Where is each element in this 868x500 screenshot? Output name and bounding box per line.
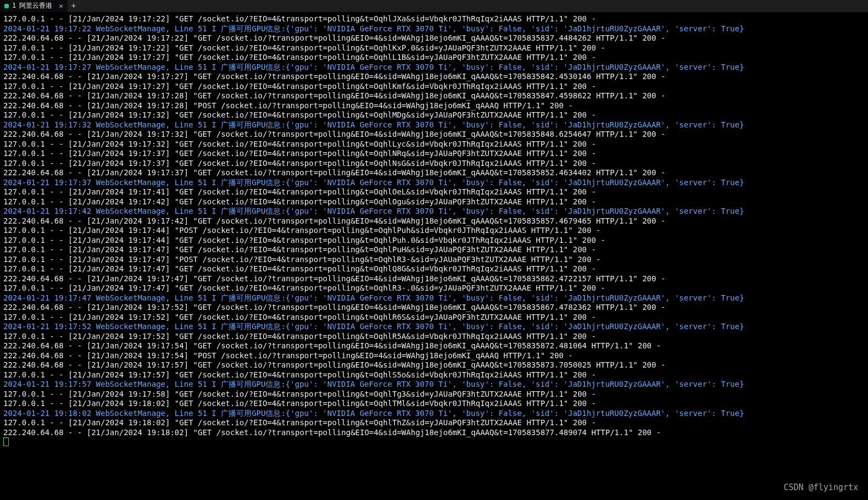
- log-line-info: 2024-01-21 19:17:57 WebSocketManage, Lin…: [3, 380, 865, 390]
- cursor-icon: [3, 437, 9, 446]
- log-line-access: 222.240.64.68 - - [21/Jan/2024 19:17:32]…: [3, 130, 865, 140]
- log-line-access: 127.0.0.1 - - [21/Jan/2024 19:17:47] "GE…: [3, 264, 865, 274]
- log-line-access: 222.240.64.68 - - [21/Jan/2024 19:17:54]…: [3, 351, 865, 361]
- log-line-info: 2024-01-21 19:17:42 WebSocketManage, Lin…: [3, 207, 865, 216]
- log-line-access: 127.0.0.1 - - [21/Jan/2024 19:17:42] "GE…: [3, 197, 865, 207]
- log-line-info: 2024-01-21 19:17:32 WebSocketManage, Lin…: [3, 120, 865, 130]
- tab-bar: 1 阿里云香港 × +: [0, 0, 868, 12]
- log-line-access: 127.0.0.1 - - [21/Jan/2024 19:17:47] "GE…: [3, 245, 865, 255]
- log-line-access: 127.0.0.1 - - [21/Jan/2024 19:17:27] "GE…: [3, 82, 865, 92]
- log-line-info: 2024-01-21 19:17:27 WebSocketManage, Lin…: [3, 63, 865, 73]
- log-line-access: 222.240.64.68 - - [21/Jan/2024 19:17:27]…: [3, 72, 865, 82]
- log-line-access: 222.240.64.68 - - [21/Jan/2024 19:17:54]…: [3, 341, 865, 351]
- log-line-info: 2024-01-21 19:17:52 WebSocketManage, Lin…: [3, 322, 865, 332]
- log-line-access: 127.0.0.1 - - [21/Jan/2024 19:17:44] "PO…: [3, 226, 865, 236]
- watermark: CSDN @flyingrtx: [784, 483, 858, 493]
- tab-active[interactable]: 1 阿里云香港 ×: [0, 0, 68, 12]
- log-line-access: 127.0.0.1 - - [21/Jan/2024 19:17:47] "GE…: [3, 284, 865, 293]
- log-line-access: 222.240.64.68 - - [21/Jan/2024 19:18:02]…: [3, 428, 865, 438]
- terminal-output[interactable]: 127.0.0.1 - - [21/Jan/2024 19:17:22] "GE…: [0, 12, 868, 450]
- log-line-access: 127.0.0.1 - - [21/Jan/2024 19:17:52] "GE…: [3, 332, 865, 342]
- log-line-access: 127.0.0.1 - - [21/Jan/2024 19:17:47] "PO…: [3, 255, 865, 265]
- tab-index: 1: [12, 1, 16, 11]
- new-tab-button[interactable]: +: [68, 0, 80, 12]
- log-line-access: 127.0.0.1 - - [21/Jan/2024 19:17:22] "GE…: [3, 14, 865, 24]
- log-line-info: 2024-01-21 19:18:02 WebSocketManage, Lin…: [3, 409, 865, 419]
- log-line-access: 127.0.0.1 - - [21/Jan/2024 19:17:58] "GE…: [3, 390, 865, 399]
- log-line-access: 127.0.0.1 - - [21/Jan/2024 19:17:22] "GE…: [3, 43, 865, 53]
- log-line-access: 222.240.64.68 - - [21/Jan/2024 19:17:52]…: [3, 303, 865, 313]
- log-line-access: 222.240.64.68 - - [21/Jan/2024 19:17:57]…: [3, 360, 865, 370]
- log-line-access: 127.0.0.1 - - [21/Jan/2024 19:17:27] "GE…: [3, 53, 865, 63]
- log-line-info: 2024-01-21 19:17:22 WebSocketManage, Lin…: [3, 24, 865, 34]
- log-line-access: 127.0.0.1 - - [21/Jan/2024 19:17:37] "GE…: [3, 149, 865, 159]
- log-line-access: 222.240.64.68 - - [21/Jan/2024 19:17:22]…: [3, 34, 865, 43]
- cursor-line: [3, 437, 865, 449]
- log-line-access: 222.240.64.68 - - [21/Jan/2024 19:17:47]…: [3, 274, 865, 284]
- log-line-access: 127.0.0.1 - - [21/Jan/2024 19:18:02] "GE…: [3, 399, 865, 409]
- log-line-access: 127.0.0.1 - - [21/Jan/2024 19:17:44] "GE…: [3, 236, 865, 246]
- tab-title: 阿里云香港: [19, 1, 52, 11]
- log-line-access: 127.0.0.1 - - [21/Jan/2024 19:17:37] "GE…: [3, 159, 865, 169]
- close-icon[interactable]: ×: [59, 1, 63, 11]
- log-line-access: 127.0.0.1 - - [21/Jan/2024 19:17:57] "GE…: [3, 370, 865, 380]
- log-line-access: 127.0.0.1 - - [21/Jan/2024 19:17:52] "GE…: [3, 313, 865, 323]
- log-line-access: 127.0.0.1 - - [21/Jan/2024 19:17:32] "GE…: [3, 110, 865, 120]
- log-line-info: 2024-01-21 19:17:47 WebSocketManage, Lin…: [3, 293, 865, 303]
- status-dot-icon: [4, 4, 9, 8]
- log-line-access: 127.0.0.1 - - [21/Jan/2024 19:17:32] "GE…: [3, 140, 865, 149]
- log-line-access: 127.0.0.1 - - [21/Jan/2024 19:18:02] "GE…: [3, 418, 865, 428]
- log-line-access: 222.240.64.68 - - [21/Jan/2024 19:17:28]…: [3, 101, 865, 111]
- log-line-access: 222.240.64.68 - - [21/Jan/2024 19:17:37]…: [3, 168, 865, 178]
- log-line-access: 222.240.64.68 - - [21/Jan/2024 19:17:28]…: [3, 91, 865, 101]
- log-line-info: 2024-01-21 19:17:37 WebSocketManage, Lin…: [3, 178, 865, 188]
- log-line-access: 222.240.64.68 - - [21/Jan/2024 19:17:42]…: [3, 216, 865, 226]
- log-line-access: 127.0.0.1 - - [21/Jan/2024 19:17:41] "GE…: [3, 187, 865, 197]
